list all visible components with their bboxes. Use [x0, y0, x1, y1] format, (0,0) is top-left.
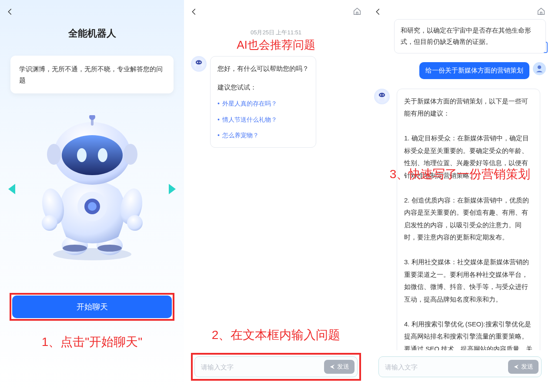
svg-point-14 [124, 144, 137, 165]
back-icon[interactable] [374, 6, 382, 18]
bot-avatar-icon [374, 89, 390, 104]
caption-step-1: 1、点击"开始聊天" [0, 334, 184, 350]
svg-point-4 [97, 245, 122, 252]
timestamp: 05月25日 上午11:51 [184, 29, 368, 37]
user-bubble: 给一份关于新媒体方面的营销策划 [419, 62, 529, 79]
greeting-text: 您好，有什么可以帮助您的吗？ [217, 63, 309, 75]
back-icon[interactable] [190, 6, 198, 18]
bot-bubble: 您好，有什么可以帮助您的吗？ 建议您试试： 外星人真的存在吗？ 情人节送什么礼物… [210, 56, 316, 148]
header [0, 0, 184, 24]
send-button[interactable]: 发送 [324, 360, 355, 374]
svg-point-3 [63, 245, 87, 252]
suggestion-list: 外星人真的存在吗？ 情人节送什么礼物？ 怎么养宠物？ [217, 98, 309, 141]
panel-chat-empty: 05月25日 上午11:51 AI也会推荐问题 您好，有什么可以帮助您的吗？ 建… [184, 0, 368, 392]
panel-intro: 全能机器人 学识渊博，无所不通，无所不晓，专业解答您的问题 [0, 0, 184, 392]
svg-point-19 [89, 115, 95, 120]
send-icon [329, 364, 335, 370]
svg-point-24 [199, 62, 201, 63]
input-bar: 发送 [378, 356, 542, 377]
svg-point-31 [382, 94, 384, 96]
user-avatar-icon [533, 62, 546, 75]
suggestion-item[interactable]: 情人节送什么礼物？ [217, 114, 309, 126]
robot-illustration [0, 111, 184, 267]
svg-point-10 [42, 215, 57, 231]
bot-message-row: 关于新媒体方面的营销策划，以下是一些可能有用的建议： 1. 确定目标受众：在新媒… [374, 89, 546, 351]
svg-point-30 [380, 94, 381, 96]
panel-chat-answer: 和研究，以确定在宇宙中是否存在其他生命形式，但目前仍缺乏确凿的证据。 给一份关于… [368, 0, 552, 392]
bot-avatar-icon [191, 56, 207, 72]
user-message-row: 给一份关于新媒体方面的营销策划 [374, 62, 546, 79]
svg-point-22 [196, 60, 202, 65]
input-bar: 发送 [194, 356, 358, 377]
home-icon[interactable] [352, 7, 362, 18]
input-highlight: 发送 [191, 353, 361, 381]
send-icon [513, 364, 519, 370]
suggestion-item[interactable]: 外星人真的存在吗？ [217, 98, 309, 110]
back-icon[interactable] [6, 6, 14, 18]
intro-card: 学识渊博，无所不通，无所不晓，专业解答您的问题 [10, 56, 174, 93]
svg-point-25 [196, 64, 202, 69]
svg-point-13 [47, 144, 61, 165]
chat-scroll-area[interactable]: 和研究，以确定在宇宙中是否存在其他生命形式，但目前仍缺乏确凿的证据。 给一份关于… [368, 19, 552, 350]
svg-rect-20 [356, 12, 358, 15]
svg-point-16 [77, 148, 87, 162]
carousel-prev[interactable] [6, 183, 17, 195]
caption-step-2: 2、在文本框内输入问题 [184, 327, 368, 343]
start-chat-button[interactable]: 开始聊天 [12, 296, 172, 318]
send-button[interactable]: 发送 [508, 360, 539, 374]
svg-rect-26 [540, 12, 542, 15]
start-button-highlight: 开始聊天 [10, 293, 174, 321]
svg-point-7 [88, 202, 97, 211]
caption-step-3: 3、快速写了一份营销策划 [368, 166, 552, 183]
home-icon[interactable] [536, 7, 546, 18]
header [184, 0, 368, 24]
suggestion-item[interactable]: 怎么养宠物？ [217, 130, 309, 141]
svg-point-11 [127, 215, 143, 231]
svg-point-27 [538, 65, 541, 69]
caption-suggestions: AI也会推荐问题 [184, 37, 368, 53]
message-input[interactable] [201, 363, 324, 371]
svg-point-17 [98, 148, 107, 162]
svg-point-32 [379, 97, 385, 102]
svg-point-29 [379, 93, 385, 97]
message-input[interactable] [385, 363, 508, 371]
svg-point-15 [62, 135, 123, 175]
bot-message-row: 您好，有什么可以帮助您的吗？ 建议您试试： 外星人真的存在吗？ 情人节送什么礼物… [191, 56, 361, 148]
bot-bubble-answer: 关于新媒体方面的营销策划，以下是一些可能有用的建议： 1. 确定目标受众：在新媒… [397, 89, 540, 351]
page-title: 全能机器人 [0, 27, 184, 40]
suggest-header: 建议您试试： [217, 81, 309, 94]
input-area: 发送 [375, 353, 545, 381]
bot-bubble-prev: 和研究，以确定在宇宙中是否存在其他生命形式，但目前仍缺乏确凿的证据。 [394, 19, 546, 53]
robot-icon [27, 115, 157, 263]
carousel-next[interactable] [167, 183, 178, 195]
svg-point-23 [197, 62, 198, 63]
